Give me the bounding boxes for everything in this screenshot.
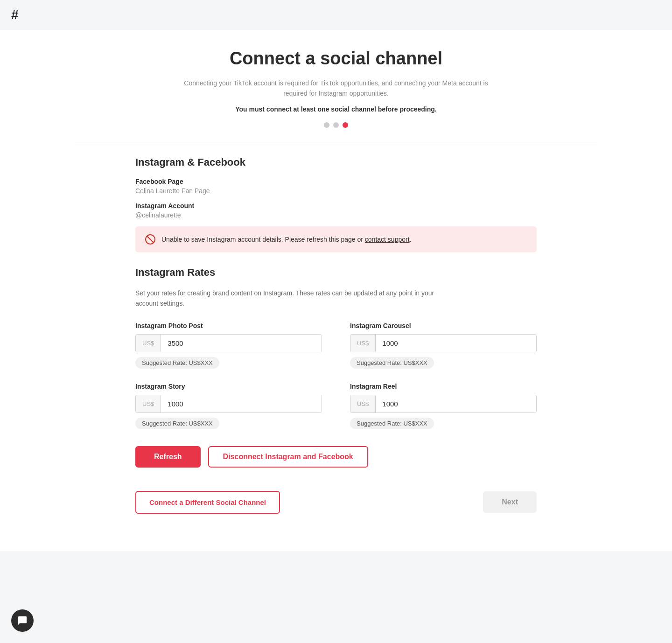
carousel-input-wrapper: US$ (350, 334, 537, 352)
error-icon (145, 234, 156, 245)
contact-support-link[interactable]: contact support (365, 236, 410, 243)
carousel-label: Instagram Carousel (350, 322, 537, 329)
instagram-facebook-section: Instagram & Facebook Facebook Page Celin… (126, 156, 546, 252)
rates-grid: Instagram Photo Post US$ Suggested Rate:… (135, 322, 537, 429)
carousel-input[interactable] (376, 335, 536, 352)
logo: # (11, 7, 19, 22)
next-button[interactable]: Next (483, 491, 537, 513)
main-content: Connect a social channel Connecting your… (0, 30, 672, 551)
page-subtitle: Connecting your TikTok account is requir… (177, 78, 495, 99)
carousel-suggested: Suggested Rate: US$XXX (350, 357, 434, 369)
rates-description: Set your rates for creating brand conten… (135, 288, 453, 309)
photo-post-input-wrapper: US$ (135, 334, 322, 352)
photo-post-input[interactable] (161, 335, 322, 352)
story-input[interactable] (161, 395, 322, 412)
instagram-rates-title: Instagram Rates (135, 266, 537, 279)
error-text: Unable to save Instagram account details… (161, 236, 411, 243)
photo-post-suggested: Suggested Rate: US$XXX (135, 357, 219, 369)
header: # (0, 0, 672, 30)
disconnect-button[interactable]: Disconnect Instagram and Facebook (208, 446, 368, 468)
bottom-navigation: Connect a Different Social Channel Next (126, 491, 546, 514)
dot-2 (333, 122, 339, 128)
photo-post-label: Instagram Photo Post (135, 322, 322, 329)
progress-dots (0, 122, 672, 128)
chat-icon (17, 615, 28, 626)
svg-line-1 (147, 236, 154, 243)
facebook-page-label: Facebook Page (135, 178, 537, 185)
chat-bubble[interactable] (11, 609, 34, 632)
error-banner: Unable to save Instagram account details… (135, 226, 537, 252)
instagram-account-label: Instagram Account (135, 202, 537, 210)
refresh-button[interactable]: Refresh (135, 446, 201, 468)
instagram-facebook-title: Instagram & Facebook (135, 156, 537, 168)
dot-1 (324, 122, 329, 128)
carousel-currency: US$ (350, 335, 376, 352)
story-input-wrapper: US$ (135, 395, 322, 413)
story-currency: US$ (136, 395, 161, 412)
required-notice: You must connect at least one social cha… (0, 105, 672, 113)
instagram-account-value: @celinalaurette (135, 211, 537, 219)
rate-field-story: Instagram Story US$ Suggested Rate: US$X… (135, 383, 322, 429)
page-title: Connect a social channel (0, 49, 672, 69)
story-label: Instagram Story (135, 383, 322, 390)
action-buttons: Refresh Disconnect Instagram and Faceboo… (126, 446, 546, 468)
reel-suggested: Suggested Rate: US$XXX (350, 418, 434, 429)
reel-input-wrapper: US$ (350, 395, 537, 413)
reel-label: Instagram Reel (350, 383, 537, 390)
dot-3 (343, 122, 348, 128)
reel-currency: US$ (350, 395, 376, 412)
facebook-page-value: Celina Laurette Fan Page (135, 187, 537, 195)
divider (75, 142, 597, 142)
connect-different-button[interactable]: Connect a Different Social Channel (135, 491, 280, 514)
instagram-rates-section: Instagram Rates Set your rates for creat… (126, 266, 546, 429)
rate-field-carousel: Instagram Carousel US$ Suggested Rate: U… (350, 322, 537, 369)
rate-field-reel: Instagram Reel US$ Suggested Rate: US$XX… (350, 383, 537, 429)
rate-field-photo-post: Instagram Photo Post US$ Suggested Rate:… (135, 322, 322, 369)
reel-input[interactable] (376, 395, 536, 412)
story-suggested: Suggested Rate: US$XXX (135, 418, 219, 429)
photo-post-currency: US$ (136, 335, 161, 352)
